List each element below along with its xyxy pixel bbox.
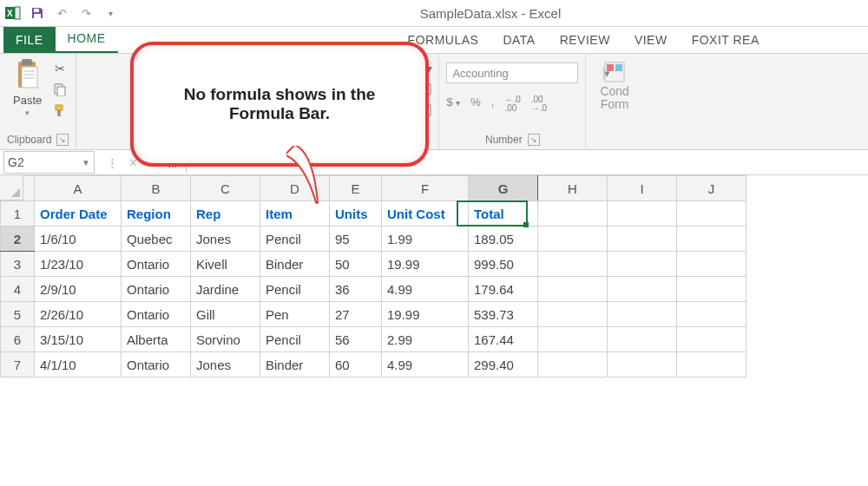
select-all-triangle-icon[interactable] <box>0 175 23 200</box>
cell[interactable] <box>608 201 677 227</box>
cell[interactable]: 36 <box>330 277 382 302</box>
cell[interactable]: Binder <box>260 352 330 378</box>
cell[interactable] <box>677 327 746 352</box>
tab-file[interactable]: FILE <box>3 27 56 53</box>
cell[interactable]: Jardine <box>191 277 260 302</box>
accounting-format-button[interactable]: $ ▾ <box>446 95 460 113</box>
cell[interactable]: Ontario <box>122 277 191 302</box>
cell[interactable]: 179.64 <box>469 277 538 302</box>
cell[interactable] <box>538 277 608 302</box>
cell[interactable]: Unit Cost <box>382 201 469 227</box>
col-header[interactable]: B <box>122 176 191 201</box>
row-header[interactable]: 6 <box>1 327 35 352</box>
cell[interactable]: 299.40 <box>469 352 538 378</box>
number-dialog-launcher-icon[interactable]: ↘ <box>528 134 540 146</box>
cell[interactable]: 1/6/10 <box>35 227 122 252</box>
cell[interactable]: Pencil <box>260 227 330 252</box>
decrease-decimal-icon[interactable]: .00→.0 <box>531 95 547 113</box>
clipboard-dialog-launcher-icon[interactable]: ↘ <box>56 134 69 146</box>
cell[interactable]: Sorvino <box>191 327 260 352</box>
row-header[interactable]: 4 <box>1 277 35 302</box>
cell[interactable]: Pen <box>260 302 330 327</box>
cell[interactable]: 1.99 <box>382 227 469 252</box>
number-format-dropdown[interactable]: ▾ <box>446 62 578 83</box>
cell[interactable] <box>608 227 677 252</box>
cell[interactable]: Ontario <box>122 252 191 277</box>
cut-icon[interactable]: ✂ <box>52 61 68 76</box>
cell[interactable]: Alberta <box>122 327 191 352</box>
undo-icon[interactable]: ↶ <box>54 5 69 21</box>
cell[interactable] <box>677 201 746 227</box>
cell[interactable]: Ontario <box>122 352 191 378</box>
row-header[interactable]: 3 <box>1 252 35 277</box>
format-painter-icon[interactable] <box>52 102 68 118</box>
cell[interactable]: 95 <box>330 227 382 252</box>
cell[interactable]: 4.99 <box>382 277 469 302</box>
comma-format-button[interactable]: , <box>491 95 495 113</box>
cell[interactable]: Pencil <box>260 277 330 302</box>
row-header[interactable]: 2 <box>1 227 35 252</box>
tab-data[interactable]: DATA <box>490 27 547 53</box>
worksheet-grid[interactable]: A B C D E F G H I J 1Order DateRegionRep… <box>0 175 868 378</box>
tab-home[interactable]: HOME <box>56 25 118 53</box>
cell[interactable] <box>677 352 746 378</box>
cell[interactable]: 2/9/10 <box>35 277 122 302</box>
row-header[interactable]: 5 <box>1 302 35 327</box>
number-format-value[interactable] <box>447 67 603 80</box>
cell[interactable]: 2.99 <box>382 327 469 352</box>
name-box[interactable]: G2 ▼ <box>3 151 95 174</box>
cell[interactable]: Kivell <box>191 252 260 277</box>
row-header[interactable]: 1 <box>1 201 35 227</box>
cell[interactable]: 27 <box>330 302 382 327</box>
col-header[interactable]: J <box>677 176 746 201</box>
cell[interactable]: 56 <box>330 327 382 352</box>
cell[interactable] <box>538 227 608 252</box>
cell[interactable] <box>677 252 746 277</box>
increase-decimal-icon[interactable]: ←.0.00 <box>504 95 520 113</box>
col-header[interactable]: I <box>608 176 677 201</box>
tab-review[interactable]: REVIEW <box>548 27 622 53</box>
cell[interactable] <box>608 302 677 327</box>
cell[interactable]: 1/23/10 <box>35 252 122 277</box>
cell[interactable] <box>538 302 608 327</box>
cell[interactable]: 2/26/10 <box>35 302 122 327</box>
cell[interactable]: 167.44 <box>469 327 538 352</box>
row-header[interactable]: 7 <box>1 352 35 378</box>
cell[interactable]: 3/15/10 <box>35 327 122 352</box>
cell[interactable]: Ontario <box>122 302 191 327</box>
cell[interactable] <box>608 252 677 277</box>
col-header[interactable]: F <box>382 176 469 201</box>
cell[interactable]: 189.05 <box>469 227 538 252</box>
cell[interactable]: Region <box>122 201 191 227</box>
col-header[interactable]: A <box>35 176 122 201</box>
cell[interactable]: Total <box>469 201 538 227</box>
cell[interactable]: Jones <box>191 227 260 252</box>
cell[interactable]: 4/1/10 <box>35 352 122 378</box>
cell[interactable]: Order Date <box>35 201 122 227</box>
cell[interactable] <box>608 352 677 378</box>
cell[interactable]: 19.99 <box>382 252 469 277</box>
save-icon[interactable] <box>30 5 45 21</box>
cell[interactable]: 19.99 <box>382 302 469 327</box>
cell[interactable] <box>608 277 677 302</box>
cell[interactable]: Jones <box>191 352 260 378</box>
cell[interactable] <box>677 227 746 252</box>
cell[interactable]: 539.73 <box>469 302 538 327</box>
cell[interactable]: 50 <box>330 252 382 277</box>
cell[interactable] <box>677 302 746 327</box>
cell[interactable]: Binder <box>260 252 330 277</box>
col-header[interactable]: H <box>538 176 608 201</box>
qat-customize-icon[interactable]: ▾ <box>102 5 118 21</box>
tab-view[interactable]: VIEW <box>622 27 680 53</box>
cell[interactable] <box>538 201 608 227</box>
cell[interactable]: 4.99 <box>382 352 469 378</box>
cell[interactable]: Quebec <box>122 227 191 252</box>
cell[interactable]: Rep <box>191 201 260 227</box>
cell[interactable] <box>608 327 677 352</box>
cell[interactable]: 60 <box>330 352 382 378</box>
cell[interactable] <box>677 277 746 302</box>
cell[interactable]: 999.50 <box>469 252 538 277</box>
percent-format-button[interactable]: % <box>470 95 481 113</box>
col-header[interactable]: G <box>469 176 538 201</box>
col-header[interactable]: C <box>191 176 260 201</box>
